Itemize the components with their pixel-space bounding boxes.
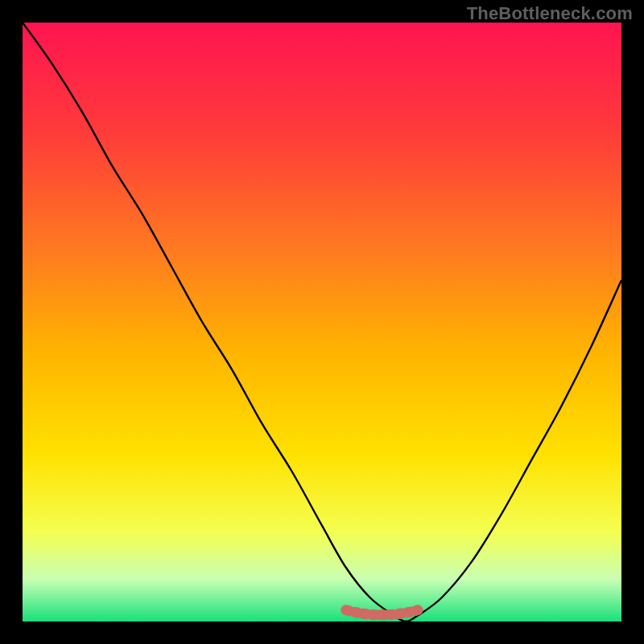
bottleneck-chart (23, 23, 621, 621)
optimal-range-highlight (346, 610, 418, 615)
plot-area (23, 23, 621, 621)
chart-frame: TheBottleneck.com (0, 0, 644, 644)
watermark-text: TheBottleneck.com (467, 3, 633, 24)
gradient-background (23, 23, 621, 621)
